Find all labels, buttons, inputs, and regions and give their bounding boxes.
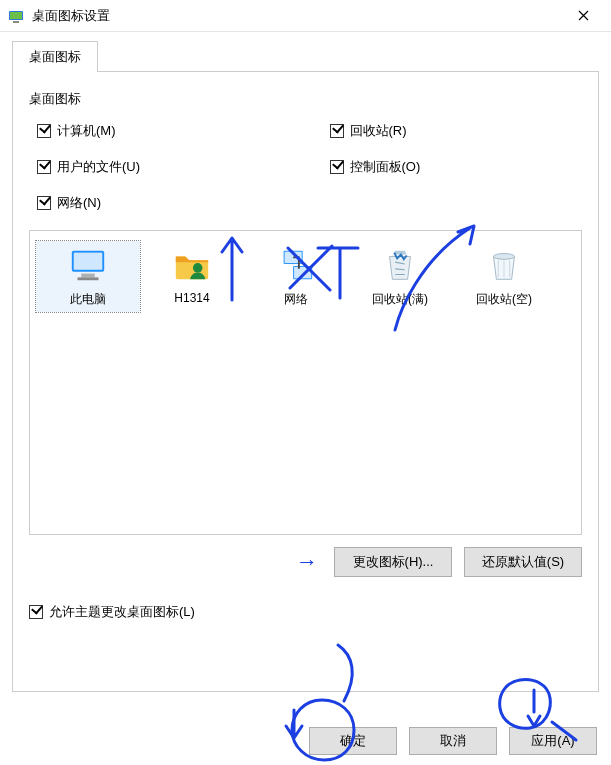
icon-row: 此电脑 H1314	[36, 241, 575, 312]
icon-buttons-row: → 更改图标(H)... 还原默认值(S)	[29, 547, 582, 577]
icon-label: 此电脑	[38, 291, 138, 308]
tab-content: 桌面图标 计算机(M) 回收站(R) 用户的文件(U) 控制面板(O) 网络(N…	[12, 72, 599, 692]
button-label: 取消	[440, 733, 466, 748]
checkbox-computer[interactable]: 计算机(M)	[37, 122, 290, 140]
icon-recycle-empty[interactable]: 回收站(空)	[452, 241, 556, 312]
icon-label: 网络	[246, 291, 346, 308]
icon-userfolder[interactable]: H1314	[140, 241, 244, 312]
apply-button[interactable]: 应用(A)	[509, 727, 597, 755]
icon-network[interactable]: 网络	[244, 241, 348, 312]
checkbox-network[interactable]: 网络(N)	[37, 194, 290, 212]
checkbox-label: 网络(N)	[57, 194, 101, 212]
svg-rect-11	[294, 267, 311, 278]
icon-preview-panel: 此电脑 H1314	[29, 230, 582, 535]
group-label: 桌面图标	[29, 90, 582, 108]
recycle-full-icon	[380, 245, 420, 285]
icon-label: 回收站(满)	[350, 291, 450, 308]
checkbox-box	[29, 605, 43, 619]
tab-desktop-icons[interactable]: 桌面图标	[12, 41, 98, 72]
restore-defaults-button[interactable]: 还原默认值(S)	[464, 547, 582, 577]
checkbox-box	[37, 196, 51, 210]
svg-rect-1	[10, 12, 22, 19]
cancel-button[interactable]: 取消	[409, 727, 497, 755]
button-label: 应用(A)	[531, 733, 574, 748]
checkbox-label: 计算机(M)	[57, 122, 116, 140]
window-title: 桌面图标设置	[32, 7, 563, 25]
checkbox-controlpanel[interactable]: 控制面板(O)	[330, 158, 583, 176]
dialog-body: 桌面图标 桌面图标 计算机(M) 回收站(R) 用户的文件(U) 控制面板(O)	[0, 32, 611, 692]
button-label: 还原默认值(S)	[482, 554, 564, 569]
checkbox-box	[330, 160, 344, 174]
close-button[interactable]	[563, 2, 603, 30]
checkbox-label: 允许主题更改桌面图标(L)	[49, 603, 195, 621]
checkbox-label: 控制面板(O)	[350, 158, 421, 176]
user-folder-icon	[172, 245, 212, 285]
button-label: 确定	[340, 733, 366, 748]
svg-rect-2	[13, 21, 19, 23]
svg-rect-5	[81, 274, 94, 278]
window-titlebar: 桌面图标设置	[0, 0, 611, 32]
button-label: 更改图标(H)...	[353, 554, 434, 569]
icon-thispc[interactable]: 此电脑	[36, 241, 140, 312]
checkbox-box	[37, 160, 51, 174]
app-icon	[8, 8, 24, 24]
svg-point-12	[494, 254, 515, 260]
icon-label: H1314	[142, 291, 242, 305]
annotation-arrow-icon: →	[296, 549, 318, 575]
network-icon	[276, 245, 316, 285]
tab-label: 桌面图标	[29, 49, 81, 64]
checkbox-userfiles[interactable]: 用户的文件(U)	[37, 158, 290, 176]
svg-rect-6	[78, 277, 99, 280]
checkbox-grid: 计算机(M) 回收站(R) 用户的文件(U) 控制面板(O) 网络(N)	[29, 122, 582, 212]
checkbox-label: 用户的文件(U)	[57, 158, 140, 176]
dialog-footer: 确定 取消 应用(A)	[309, 727, 597, 755]
icon-recycle-full[interactable]: 回收站(满)	[348, 241, 452, 312]
checkbox-label: 回收站(R)	[350, 122, 407, 140]
checkbox-recycle[interactable]: 回收站(R)	[330, 122, 583, 140]
svg-rect-4	[74, 253, 103, 270]
checkbox-box	[37, 124, 51, 138]
change-icon-button[interactable]: 更改图标(H)...	[334, 547, 452, 577]
monitor-icon	[68, 245, 108, 285]
icon-label: 回收站(空)	[454, 291, 554, 308]
recycle-empty-icon	[484, 245, 524, 285]
allow-theme-checkbox[interactable]: 允许主题更改桌面图标(L)	[29, 603, 582, 621]
svg-point-7	[193, 263, 203, 273]
tab-strip: 桌面图标	[12, 40, 599, 72]
checkbox-box	[330, 124, 344, 138]
ok-button[interactable]: 确定	[309, 727, 397, 755]
